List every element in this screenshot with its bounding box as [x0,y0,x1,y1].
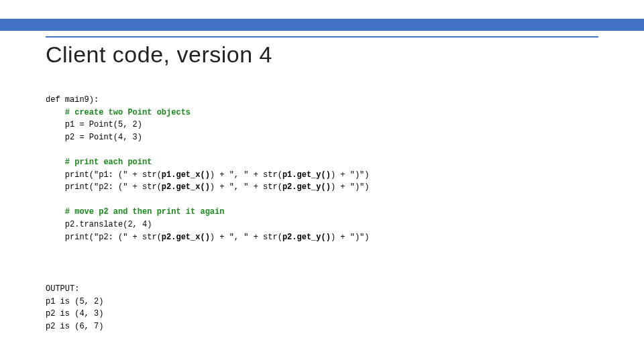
code-frag-bold: p2.get_x() [162,233,210,242]
code-line: def main9): [46,95,99,105]
slide: Client code, version 4 def main9): # cre… [0,0,644,362]
code-frag-bold: p1.get_y() [282,170,331,180]
code-frag: print("p2: (" + str( [46,182,162,192]
code-line: print("p2: (" + str(p2.get_x()) + ", " +… [46,182,370,192]
code-frag: ) + ", " + str( [210,170,282,180]
code-line: print("p1: (" + str(p1.get_x()) + ", " +… [46,170,370,180]
code-frag: ) + ", " + str( [210,233,282,242]
code-line: p2.translate(2, 4) [46,220,152,229]
code-frag: ) + ")") [331,182,370,192]
output-line: p1 is (5, 2) [46,297,103,306]
code-comment: # move p2 and then print it again [46,207,224,217]
code-line: print("p2: (" + str(p2.get_x()) + ", " +… [46,233,370,242]
code-frag: ) + ")") [331,233,370,242]
code-frag: ) + ", " + str( [210,182,282,192]
code-line: p1 = Point(5, 2) [46,120,142,129]
output-header: OUTPUT: [46,284,79,294]
code-frag: ) + ")") [331,170,370,180]
code-frag-bold: p2.get_x() [162,182,210,192]
code-frag: print("p2: (" + str( [46,233,162,242]
code-frag-bold: p2.get_y() [282,233,331,242]
code-frag-bold: p1.get_x() [162,170,210,180]
code-comment: # create two Point objects [46,108,191,117]
code-comment: # print each point [46,158,152,167]
output-block: OUTPUT: p1 is (5, 2) p2 is (4, 3) p2 is … [46,283,103,333]
code-block: def main9): # create two Point objects p… [46,94,370,243]
code-frag-bold: p2.get_y() [282,182,331,192]
code-frag: print("p1: (" + str( [46,170,162,180]
output-line: p2 is (6, 7) [46,322,103,331]
page-title: Client code, version 4 [46,42,272,68]
output-line: p2 is (4, 3) [46,309,103,318]
title-underline [46,36,598,38]
top-band [0,19,644,31]
code-line: p2 = Point(4, 3) [46,133,142,142]
